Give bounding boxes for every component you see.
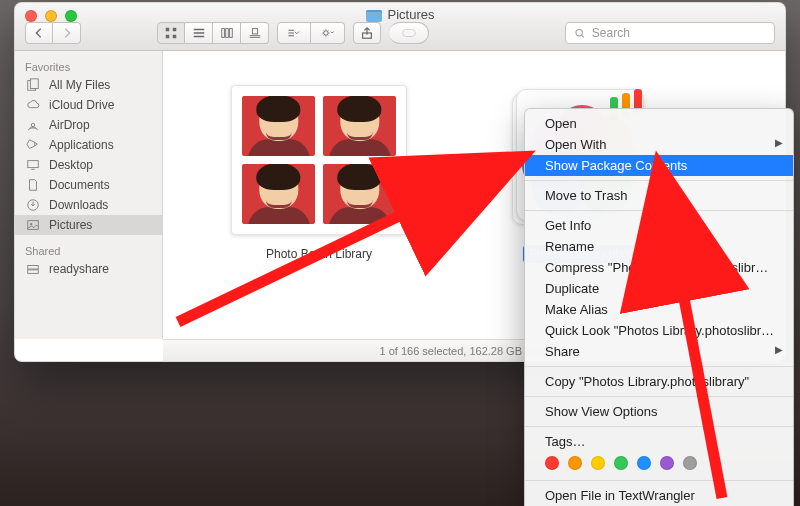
svg-rect-10	[402, 30, 415, 37]
svg-rect-20	[28, 270, 39, 274]
tag-color-row	[525, 452, 793, 476]
desktop-icon	[25, 158, 41, 172]
sidebar-item-desktop[interactable]: Desktop	[15, 155, 162, 175]
svg-rect-2	[166, 35, 170, 39]
svg-rect-19	[28, 266, 39, 270]
svg-rect-0	[166, 28, 170, 32]
search-input[interactable]	[592, 26, 766, 40]
sidebar-item-label: iCloud Drive	[49, 98, 114, 112]
applications-icon	[25, 138, 41, 152]
cloud-icon	[25, 98, 41, 112]
sidebar-item-all-my-files[interactable]: All My Files	[15, 75, 162, 95]
sidebar-heading-favorites: Favorites	[15, 57, 162, 75]
view-coverflow-button[interactable]	[241, 22, 269, 44]
sidebar-item-label: Pictures	[49, 218, 92, 232]
pictures-icon	[25, 218, 41, 232]
sidebar-item-icloud-drive[interactable]: iCloud Drive	[15, 95, 162, 115]
menu-item-make-alias[interactable]: Make Alias	[525, 299, 793, 320]
toolbar	[15, 20, 785, 46]
file-label: Photo Booth Library	[260, 245, 378, 263]
sidebar: Favorites All My Files iCloud Drive AirD…	[15, 51, 163, 339]
photo-booth-icon	[231, 85, 407, 235]
menu-item-share[interactable]: Share	[525, 341, 793, 362]
documents-icon	[25, 178, 41, 192]
menu-item-get-info[interactable]: Get Info	[525, 215, 793, 236]
svg-rect-5	[225, 29, 228, 38]
server-icon	[25, 262, 41, 276]
svg-point-8	[323, 31, 327, 35]
sidebar-item-label: readyshare	[49, 262, 109, 276]
file-photo-booth-library[interactable]: Photo Booth Library	[219, 85, 419, 339]
nav-back-forward	[25, 22, 81, 44]
search-icon	[574, 27, 586, 40]
menu-item-rename[interactable]: Rename	[525, 236, 793, 257]
context-menu: Open Open With Show Package Contents Mov…	[524, 108, 794, 506]
menu-item-duplicate[interactable]: Duplicate	[525, 278, 793, 299]
view-column-button[interactable]	[213, 22, 241, 44]
share-button[interactable]	[353, 22, 381, 44]
svg-rect-6	[229, 29, 232, 38]
arrange-menu-button[interactable]	[277, 22, 311, 44]
back-button[interactable]	[25, 22, 53, 44]
all-my-files-icon	[25, 78, 41, 92]
svg-rect-4	[221, 29, 224, 38]
menu-item-quick-look[interactable]: Quick Look "Photos Library.photoslibrary…	[525, 320, 793, 341]
sidebar-item-pictures[interactable]: Pictures	[15, 215, 162, 235]
tag-dot-red[interactable]	[545, 456, 559, 470]
tag-dot-orange[interactable]	[568, 456, 582, 470]
tag-dot-purple[interactable]	[660, 456, 674, 470]
svg-rect-3	[173, 35, 177, 39]
menu-item-compress[interactable]: Compress "Photos Library.photoslibrary"	[525, 257, 793, 278]
sidebar-item-label: AirDrop	[49, 118, 90, 132]
svg-point-14	[31, 123, 35, 127]
view-list-button[interactable]	[185, 22, 213, 44]
action-menu-button[interactable]	[311, 22, 345, 44]
menu-item-open-in-textwrangler[interactable]: Open File in TextWrangler	[525, 485, 793, 506]
sidebar-heading-shared: Shared	[15, 241, 162, 259]
sidebar-item-readyshare[interactable]: readyshare	[15, 259, 162, 279]
tag-dot-green[interactable]	[614, 456, 628, 470]
search-field[interactable]	[565, 22, 775, 44]
tags-button[interactable]	[389, 22, 429, 44]
sidebar-item-label: Desktop	[49, 158, 93, 172]
downloads-icon	[25, 198, 41, 212]
svg-point-18	[30, 223, 32, 225]
forward-button[interactable]	[53, 22, 81, 44]
sidebar-item-label: Applications	[49, 138, 114, 152]
menu-item-copy[interactable]: Copy "Photos Library.photoslibrary"	[525, 371, 793, 392]
svg-rect-7	[252, 29, 257, 34]
airdrop-icon	[25, 118, 41, 132]
title-bar: Pictures	[15, 3, 785, 51]
sidebar-item-label: Downloads	[49, 198, 108, 212]
tag-dot-yellow[interactable]	[591, 456, 605, 470]
menu-item-move-to-trash[interactable]: Move to Trash	[525, 185, 793, 206]
svg-rect-1	[173, 28, 177, 32]
menu-item-tags[interactable]: Tags…	[525, 431, 793, 452]
sidebar-item-airdrop[interactable]: AirDrop	[15, 115, 162, 135]
sidebar-item-label: Documents	[49, 178, 110, 192]
tag-dot-gray[interactable]	[683, 456, 697, 470]
sidebar-item-label: All My Files	[49, 78, 110, 92]
svg-rect-15	[28, 161, 39, 168]
svg-point-11	[576, 29, 582, 35]
menu-item-show-view-options[interactable]: Show View Options	[525, 401, 793, 422]
view-mode-switcher	[157, 22, 269, 44]
menu-item-open[interactable]: Open	[525, 113, 793, 134]
sidebar-item-applications[interactable]: Applications	[15, 135, 162, 155]
menu-item-open-with[interactable]: Open With	[525, 134, 793, 155]
svg-rect-13	[30, 79, 38, 89]
sidebar-item-documents[interactable]: Documents	[15, 175, 162, 195]
menu-item-show-package-contents[interactable]: Show Package Contents	[525, 155, 793, 176]
sidebar-item-downloads[interactable]: Downloads	[15, 195, 162, 215]
tag-dot-blue[interactable]	[637, 456, 651, 470]
view-icon-button[interactable]	[157, 22, 185, 44]
